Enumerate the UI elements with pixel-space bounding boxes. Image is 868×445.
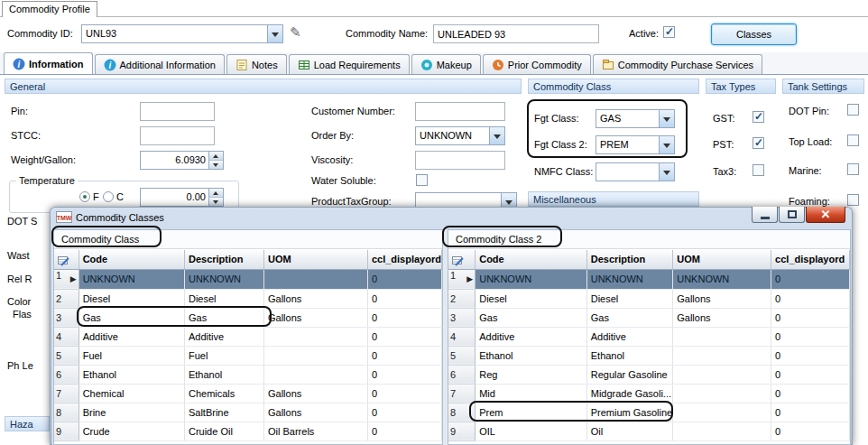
- column-header-displayord[interactable]: ccl_displayord: [771, 250, 850, 269]
- row-number-cell[interactable]: 7: [448, 384, 476, 403]
- displayord-cell[interactable]: 0: [367, 422, 441, 440]
- displayord-cell[interactable]: 0: [771, 327, 850, 346]
- grid-row[interactable]: 8BrineSaltBrineGallons0: [54, 403, 442, 422]
- row-selector-header[interactable]: [448, 250, 476, 269]
- row-number-cell[interactable]: 5: [448, 346, 476, 365]
- code-cell[interactable]: Brine: [78, 403, 184, 422]
- description-cell[interactable]: Gas: [184, 308, 263, 327]
- code-cell[interactable]: Ethanol: [78, 365, 184, 384]
- displayord-cell[interactable]: 0: [771, 289, 850, 308]
- active-checkbox[interactable]: [663, 26, 675, 38]
- tab-additional-information[interactable]: i Additional Information: [95, 54, 225, 74]
- row-selector-header[interactable]: [54, 250, 78, 269]
- grid-row[interactable]: 2DieselDieselGallons0: [448, 289, 850, 308]
- tab-commodity-profile[interactable]: Commodity Profile: [2, 1, 97, 17]
- tab-load-requirements[interactable]: Load Requirements: [289, 54, 410, 74]
- fgt-class-combo[interactable]: GAS: [596, 109, 675, 128]
- chevron-down-icon[interactable]: [659, 136, 674, 153]
- close-button[interactable]: ✕: [806, 207, 845, 223]
- customer-number-input[interactable]: [415, 102, 505, 121]
- fgt-class2-combo[interactable]: PREM: [596, 135, 675, 154]
- grid-row[interactable]: 9CrudeCruide OilOil Barrels0: [54, 422, 442, 440]
- stcc-input[interactable]: [140, 126, 215, 145]
- grid-row[interactable]: 4AdditiveAdditive0: [54, 327, 442, 346]
- column-header-code[interactable]: Code: [476, 250, 587, 269]
- marine-checkbox[interactable]: [847, 163, 859, 175]
- displayord-cell[interactable]: 0: [367, 346, 441, 365]
- chevron-down-icon[interactable]: [659, 110, 674, 127]
- uom-cell[interactable]: [673, 327, 771, 346]
- nmfc-class-combo[interactable]: [596, 162, 675, 181]
- dot-pin-checkbox[interactable]: [847, 104, 859, 116]
- displayord-cell[interactable]: 0: [771, 384, 850, 403]
- description-cell[interactable]: Fuel: [184, 346, 263, 365]
- uom-cell[interactable]: [264, 327, 368, 346]
- description-cell[interactable]: Chemicals: [184, 384, 263, 403]
- column-header-description[interactable]: Description: [184, 250, 263, 269]
- displayord-cell[interactable]: 0: [367, 289, 441, 308]
- description-cell[interactable]: Gas: [586, 308, 672, 327]
- row-number-cell[interactable]: 1▶: [54, 269, 78, 289]
- grid-row[interactable]: 1▶UNKNOWNUNKNOWN0: [54, 269, 442, 289]
- uom-cell[interactable]: [673, 422, 771, 440]
- code-cell[interactable]: Gas: [78, 308, 184, 327]
- description-cell[interactable]: Additive: [586, 327, 672, 346]
- displayord-cell[interactable]: 0: [367, 327, 441, 346]
- commodity-id-combo[interactable]: UNL93: [81, 24, 283, 43]
- viscosity-input[interactable]: [415, 151, 505, 170]
- grid-row[interactable]: 4AdditiveAdditive0: [448, 327, 850, 346]
- displayord-cell[interactable]: 0: [771, 269, 850, 289]
- uom-cell[interactable]: [264, 269, 368, 289]
- spin-down-icon[interactable]: [208, 197, 223, 206]
- uom-cell[interactable]: [673, 346, 771, 365]
- row-number-cell[interactable]: 2: [448, 289, 476, 308]
- temperature-spinner[interactable]: 0.00: [140, 188, 224, 207]
- water-soluble-checkbox[interactable]: [416, 174, 428, 186]
- uom-cell[interactable]: [673, 384, 771, 403]
- description-cell[interactable]: Premium Gasoline: [586, 403, 672, 422]
- code-cell[interactable]: Fuel: [78, 346, 184, 365]
- code-cell[interactable]: Diesel: [476, 289, 587, 308]
- code-cell[interactable]: Additive: [476, 327, 587, 346]
- uom-cell[interactable]: [264, 365, 368, 384]
- spin-down-icon[interactable]: [208, 160, 223, 169]
- uom-cell[interactable]: Gallons: [264, 403, 368, 422]
- grid-row[interactable]: 3GasGasGallons0: [448, 308, 850, 327]
- row-number-cell[interactable]: 3: [448, 308, 476, 327]
- weight-gallon-spinner[interactable]: 6.0930: [140, 151, 224, 170]
- column-header-uom[interactable]: UOM: [264, 250, 368, 269]
- description-cell[interactable]: Regular Gasoline: [586, 365, 672, 384]
- uom-cell[interactable]: UNKNOWN: [673, 269, 771, 289]
- description-cell[interactable]: UNKNOWN: [184, 269, 263, 289]
- code-cell[interactable]: Reg: [476, 365, 587, 384]
- commodity-name-input[interactable]: [433, 24, 599, 43]
- column-header-code[interactable]: Code: [78, 250, 184, 269]
- column-header-uom[interactable]: UOM: [673, 250, 771, 269]
- displayord-cell[interactable]: 0: [367, 384, 441, 403]
- grid-row[interactable]: 1▶UNKNOWNUNKNOWNUNKNOWN0: [448, 269, 850, 289]
- uom-cell[interactable]: Gallons: [264, 289, 368, 308]
- row-number-cell[interactable]: 9: [448, 422, 476, 440]
- row-number-cell[interactable]: 4: [448, 327, 476, 346]
- uom-cell[interactable]: Gallons: [264, 308, 368, 327]
- row-number-cell[interactable]: 6: [54, 365, 78, 384]
- grid-row[interactable]: 2DieselDieselGallons0: [54, 289, 442, 308]
- grid-row[interactable]: 9OILOil0: [448, 422, 850, 440]
- tab-commodity-purchase-services[interactable]: Commodity Purchase Services: [593, 54, 762, 74]
- grid-row[interactable]: 7ChemicalChemicalsGallons0: [54, 384, 442, 403]
- chevron-down-icon[interactable]: [267, 25, 282, 42]
- code-cell[interactable]: Chemical: [78, 384, 184, 403]
- displayord-cell[interactable]: 0: [367, 365, 441, 384]
- row-number-cell[interactable]: 6: [448, 365, 476, 384]
- row-number-cell[interactable]: 4: [54, 327, 78, 346]
- row-number-cell[interactable]: 9: [54, 422, 78, 440]
- commodity-class-grid[interactable]: Code Description UOM ccl_displayord 1▶UN…: [54, 250, 442, 441]
- code-cell[interactable]: UNKNOWN: [476, 269, 587, 289]
- description-cell[interactable]: UNKNOWN: [586, 269, 672, 289]
- edit-pencil-icon[interactable]: ✎: [290, 24, 301, 41]
- uom-cell[interactable]: [264, 346, 368, 365]
- code-cell[interactable]: UNKNOWN: [78, 269, 184, 289]
- displayord-cell[interactable]: 0: [771, 308, 850, 327]
- displayord-cell[interactable]: 0: [367, 308, 441, 327]
- minimize-button[interactable]: [752, 207, 778, 223]
